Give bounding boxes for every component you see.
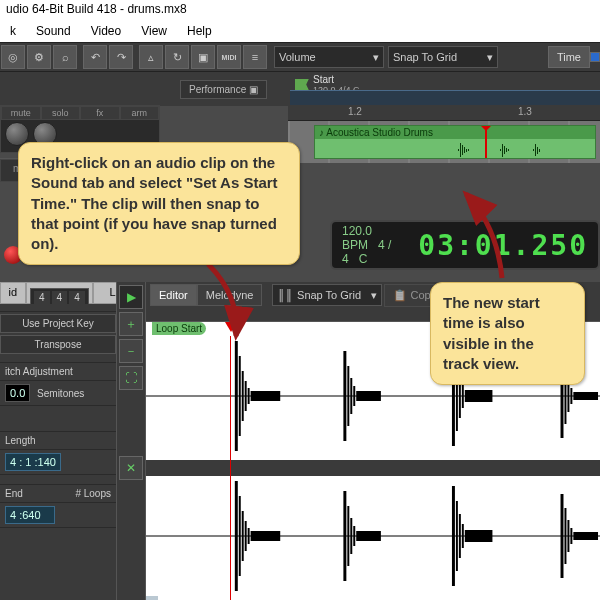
menu-video[interactable]: Video bbox=[81, 22, 131, 40]
svg-rect-1 bbox=[235, 341, 238, 451]
fx-button[interactable]: fx bbox=[80, 106, 120, 120]
arrow-2 bbox=[452, 186, 522, 286]
time-button[interactable]: Time bbox=[548, 46, 590, 68]
transpose-button[interactable]: Transpose bbox=[0, 335, 116, 354]
menu-icon[interactable]: ≡ bbox=[243, 45, 267, 69]
svg-rect-20 bbox=[570, 388, 572, 404]
editor-snap-combo[interactable]: ║║ Snap To Grid ▾ bbox=[272, 284, 382, 306]
volume-label: Volume bbox=[279, 51, 316, 63]
clip-start-marker[interactable] bbox=[485, 126, 487, 158]
flag-icon bbox=[295, 79, 309, 91]
clip-name: Acoustica Studio Drums bbox=[326, 127, 433, 138]
performance-button[interactable]: Performance ▣ bbox=[180, 80, 267, 99]
clip-waveform bbox=[318, 141, 592, 159]
svg-rect-28 bbox=[251, 531, 281, 541]
semitones-label: Semitones bbox=[37, 388, 84, 399]
start-label: Start bbox=[313, 74, 360, 85]
menu-view[interactable]: View bbox=[131, 22, 177, 40]
svg-rect-39 bbox=[561, 494, 564, 578]
svg-rect-29 bbox=[343, 491, 346, 581]
length-input[interactable]: 4 : 1 :140 bbox=[5, 453, 61, 471]
audio-clip[interactable]: ♪ Acoustica Studio Drums bbox=[314, 125, 596, 159]
svg-rect-16 bbox=[465, 390, 493, 402]
svg-rect-26 bbox=[245, 521, 247, 551]
snap-label: Snap To Grid bbox=[393, 51, 457, 63]
main-toolbar: ◎ ⚙ ⌕ ↶ ↷ ▵ ↻ ▣ MIDI ≡ Volume▾ Snap To G… bbox=[0, 42, 600, 72]
snap-combo[interactable]: Snap To Grid▾ bbox=[388, 46, 498, 68]
svg-rect-38 bbox=[465, 530, 493, 542]
selection-band bbox=[146, 596, 158, 600]
zoom-fit-button[interactable]: ⛶ bbox=[119, 366, 143, 390]
pitch-value-input[interactable]: 0.0 bbox=[5, 384, 30, 402]
annotation-2: The new start time is also visible in th… bbox=[430, 282, 585, 385]
loops-label: # Loops bbox=[75, 488, 111, 499]
ruler-mark-1-3: 1.3 bbox=[518, 106, 532, 117]
svg-rect-21 bbox=[573, 392, 598, 400]
punch-icon[interactable]: ▣ bbox=[191, 45, 215, 69]
menu-help[interactable]: Help bbox=[177, 22, 222, 40]
svg-rect-9 bbox=[350, 378, 352, 414]
window-title: udio 64-Bit Build 418 - drums.mx8 bbox=[0, 0, 600, 20]
svg-rect-40 bbox=[564, 508, 566, 564]
track-lane[interactable]: ♪ Acoustica Studio Drums bbox=[288, 121, 600, 163]
sub-toolbar: Performance ▣ Start 120.0 4/4 C bbox=[0, 72, 600, 106]
menu-sound[interactable]: Sound bbox=[26, 22, 81, 40]
svg-rect-3 bbox=[242, 371, 244, 421]
zoom-in-button[interactable]: ＋ bbox=[119, 312, 143, 336]
metronome-icon[interactable]: ▵ bbox=[139, 45, 163, 69]
svg-rect-23 bbox=[235, 481, 238, 591]
caret-down-icon: ▾ bbox=[371, 289, 377, 302]
caret-down-icon: ▾ bbox=[373, 51, 379, 64]
mute-button[interactable]: mute bbox=[1, 106, 41, 120]
pitch-adjustment-label: itch Adjustment bbox=[0, 363, 116, 381]
editor-playhead[interactable] bbox=[230, 336, 231, 600]
end-input[interactable]: 4 :640 bbox=[5, 506, 55, 524]
loop-start-flag[interactable]: Loop Start bbox=[152, 322, 206, 335]
svg-rect-31 bbox=[350, 518, 352, 554]
svg-rect-37 bbox=[462, 524, 464, 548]
loop-icon[interactable]: ↻ bbox=[165, 45, 189, 69]
svg-rect-7 bbox=[343, 351, 346, 441]
svg-rect-24 bbox=[239, 496, 241, 576]
svg-rect-2 bbox=[239, 356, 241, 436]
svg-rect-4 bbox=[245, 381, 247, 411]
ruler-mark-1-2: 1.2 bbox=[348, 106, 362, 117]
gear-icon[interactable]: ⚙ bbox=[27, 45, 51, 69]
target-icon[interactable]: ◎ bbox=[1, 45, 25, 69]
svg-rect-5 bbox=[248, 388, 250, 404]
svg-rect-25 bbox=[242, 511, 244, 561]
tab-sound[interactable]: id bbox=[0, 282, 26, 304]
track-view: 1.2 1.3 ♪ Acoustica Studio Drums bbox=[288, 105, 600, 163]
svg-rect-11 bbox=[356, 391, 381, 401]
annotation-1: Right-click on an audio clip on the Soun… bbox=[18, 142, 300, 265]
play-button[interactable]: ▶ bbox=[119, 285, 143, 309]
svg-rect-35 bbox=[456, 501, 458, 571]
search-icon[interactable]: ⌕ bbox=[53, 45, 77, 69]
arm-button[interactable]: arm bbox=[120, 106, 160, 120]
tab-editor[interactable]: Editor bbox=[150, 284, 197, 306]
svg-rect-8 bbox=[347, 366, 349, 426]
solo-button[interactable]: solo bbox=[41, 106, 81, 120]
svg-rect-43 bbox=[573, 532, 598, 540]
svg-rect-33 bbox=[356, 531, 381, 541]
svg-rect-10 bbox=[353, 386, 355, 406]
svg-rect-32 bbox=[353, 526, 355, 546]
midi-icon[interactable]: MIDI bbox=[217, 45, 241, 69]
use-project-key-button[interactable]: Use Project Key bbox=[0, 314, 116, 333]
key-display[interactable]: C bbox=[359, 252, 368, 266]
svg-rect-34 bbox=[452, 486, 455, 586]
redo-button[interactable]: ↷ bbox=[109, 45, 133, 69]
menu-track[interactable]: k bbox=[0, 22, 26, 40]
bpm-display[interactable]: 120.0 BPM bbox=[342, 224, 372, 252]
clip-properties-panel: Use Project Key Transpose itch Adjustmen… bbox=[0, 304, 116, 600]
caret-down-icon: ▾ bbox=[487, 51, 493, 64]
zoom-out-button[interactable]: － bbox=[119, 339, 143, 363]
beats-button[interactable] bbox=[590, 52, 600, 62]
volume-combo[interactable]: Volume▾ bbox=[274, 46, 384, 68]
svg-rect-36 bbox=[459, 514, 461, 558]
undo-button[interactable]: ↶ bbox=[83, 45, 107, 69]
settings-button[interactable]: ✕ bbox=[119, 456, 143, 480]
end-label: End bbox=[5, 488, 23, 499]
beat-val-2: 4 bbox=[52, 291, 68, 304]
timeline-ruler[interactable]: 1.2 1.3 bbox=[288, 105, 600, 121]
